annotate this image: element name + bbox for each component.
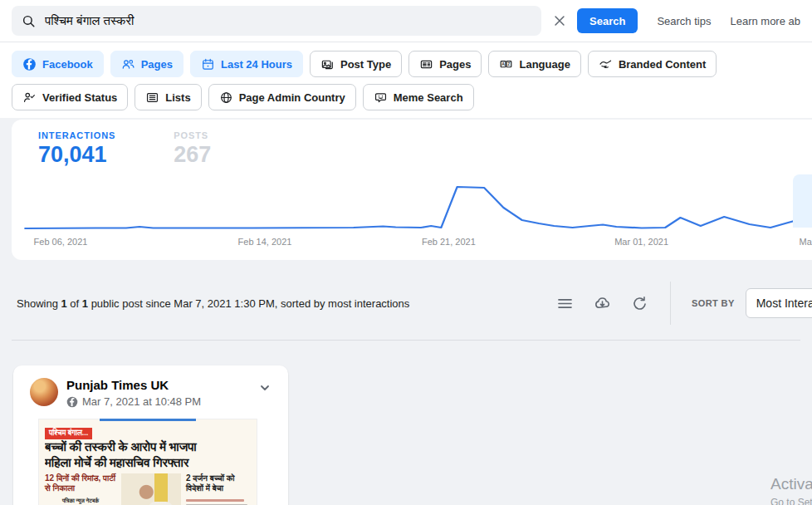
filter-chip-pages-2[interactable]: Pages	[408, 51, 482, 77]
page-name-link[interactable]: Punjab Times UK	[66, 378, 201, 393]
interactions-label: INTERACTIONS	[38, 131, 115, 140]
calendar-icon	[201, 57, 215, 71]
interactions-value: 70,041	[38, 144, 115, 166]
header: Search Search tips Learn more ab Faceboo…	[0, 0, 812, 118]
filter-chip-last-24-hours[interactable]: Last 24 Hours	[190, 51, 303, 77]
filter-chip-verified-status[interactable]: Verified Status	[12, 84, 128, 110]
list-view-icon[interactable]	[556, 295, 574, 312]
posts-label: POSTS	[174, 131, 211, 140]
search-tips-link[interactable]: Search tips	[657, 15, 711, 27]
filter-chip-branded-content[interactable]: Branded Content	[588, 51, 717, 77]
meme-bubble-icon	[374, 91, 388, 105]
filter-chip-pages[interactable]: Pages	[110, 51, 183, 77]
chart-x-axis: Feb 06, 2021Feb 14, 2021Feb 21, 2021Mar …	[12, 235, 812, 248]
post-header-text: Punjab Times UK Mar 7, 2021 at 10:48 PM	[66, 378, 201, 408]
interactions-stat[interactable]: INTERACTIONS 70,041	[38, 131, 115, 166]
filter-chip-label: Post Type	[340, 58, 391, 71]
language-icon: AZ	[499, 57, 513, 71]
filter-chip-label: Meme Search	[394, 91, 463, 104]
filter-chip-page-admin-country[interactable]: Page Admin Country	[208, 84, 356, 110]
people-icon	[121, 57, 135, 71]
page-avatar[interactable]	[30, 378, 58, 406]
globe-icon	[219, 91, 233, 105]
search-box[interactable]	[12, 6, 541, 36]
results-summary-text: Showing 1 of 1 public post since Mar 7, …	[17, 297, 556, 310]
lists-icon	[145, 91, 159, 105]
newspaper-headline-line1: बच्चों की तस्करी के आरोप में भाजपा	[45, 439, 251, 456]
post-card[interactable]: Punjab Times UK Mar 7, 2021 at 10:48 PM …	[13, 365, 288, 505]
newspaper-right-column: 2 दर्जन बच्चों को विदेशों में बेचा	[186, 473, 251, 505]
sort-select[interactable]: Most Interactions	[746, 288, 812, 318]
watermark-line1: Activate Windows	[770, 475, 812, 493]
filter-chip-language[interactable]: AZ Language	[488, 51, 580, 77]
search-icon	[22, 14, 36, 28]
verified-person-icon	[22, 91, 37, 105]
filter-chip-post-type[interactable]: Post Type	[310, 51, 402, 77]
sort-select-value: Most Interactions	[756, 297, 812, 310]
newspaper-icon	[419, 57, 433, 71]
newspaper-byline: पत्रिका न्यूज नेटवर्क	[45, 498, 116, 504]
filter-chip-lists[interactable]: Lists	[135, 84, 201, 110]
watermark-line2: Go to Settings to activate Windows.	[770, 497, 812, 505]
download-icon[interactable]	[594, 295, 611, 312]
newspaper-left-column: 12 दिनों की रिमांड, पार्टी से निकाला पत्…	[45, 473, 116, 505]
photo-icon	[320, 57, 335, 71]
newspaper-photo	[121, 473, 181, 505]
newspaper-kicker: पश्चिम बंगाल...	[45, 428, 92, 439]
post-header: Punjab Times UK Mar 7, 2021 at 10:48 PM	[30, 378, 275, 408]
interactions-chart[interactable]	[12, 173, 812, 235]
newspaper-right-subhead: 2 दर्जन बच्चों को विदेशों में बेचा	[186, 473, 251, 494]
interactions-chart-card: INTERACTIONS 70,041 POSTS 267 Feb 06, 20…	[12, 120, 812, 260]
refresh-icon[interactable]	[631, 295, 648, 312]
axis-label: Feb 21, 2021	[422, 237, 476, 247]
post-image-newspaper[interactable]: पश्चिम बंगाल... बच्चों की तस्करी के आरोप…	[38, 419, 257, 505]
newspaper-left-subhead: 12 दिनों की रिमांड, पार्टी से निकाला	[45, 473, 116, 494]
filter-chip-facebook[interactable]: Facebook	[12, 51, 104, 77]
filter-chip-label: Last 24 Hours	[221, 58, 292, 71]
activate-windows-watermark: Activate Windows Go to Settings to activ…	[770, 475, 812, 505]
filter-chip-label: Page Admin Country	[239, 91, 345, 104]
post-meta[interactable]: Mar 7, 2021 at 10:48 PM	[66, 395, 201, 408]
facebook-icon	[22, 57, 37, 71]
filter-chip-label: Branded Content	[619, 58, 706, 71]
axis-label: Mar 01, 2021	[614, 237, 668, 247]
post-timestamp: Mar 7, 2021 at 10:48 PM	[82, 395, 201, 408]
learn-more-link[interactable]: Learn more ab	[730, 15, 800, 27]
newspaper-columns: 12 दिनों की रिमांड, पार्टी से निकाला पत्…	[45, 473, 251, 505]
filter-chip-meme-search[interactable]: Meme Search	[363, 84, 474, 110]
chart-highlight-band	[793, 174, 812, 228]
filter-chip-label: Language	[519, 58, 570, 71]
shown-count: 1	[61, 297, 66, 310]
summary-stats: INTERACTIONS 70,041 POSTS 267	[12, 131, 812, 166]
axis-label: Feb 14, 2021	[238, 237, 292, 247]
chart-line-svg	[12, 173, 812, 235]
clear-search-icon[interactable]	[550, 12, 569, 30]
search-row: Search Search tips Learn more ab	[0, 0, 812, 42]
filter-chip-label: Pages	[439, 58, 471, 71]
post-menu-chevron-icon[interactable]	[255, 378, 275, 398]
toolbar-divider	[670, 282, 671, 325]
search-input[interactable]	[43, 13, 531, 29]
axis-label: Ma	[800, 237, 812, 247]
posts-value: 267	[174, 144, 211, 166]
filter-chip-label: Lists	[165, 91, 190, 104]
axis-label: Feb 06, 2021	[34, 237, 88, 247]
blurred-text-line	[186, 499, 244, 502]
handshake-icon	[599, 57, 613, 71]
sort-by-label: SORT BY	[692, 298, 735, 308]
chart-polyline	[25, 187, 812, 228]
svg-text:A: A	[502, 61, 506, 66]
filter-chip-label: Facebook	[42, 58, 93, 71]
facebook-source-icon	[66, 396, 78, 408]
svg-text:Z: Z	[508, 61, 511, 66]
posts-stat[interactable]: POSTS 267	[174, 131, 211, 166]
filter-chip-label: Verified Status	[42, 91, 117, 104]
filter-chip-label: Pages	[141, 58, 173, 71]
total-count: 1	[82, 297, 88, 310]
newspaper-headline-line2: महिला मोर्चे की महासचिव गिरफ्तार	[45, 455, 251, 472]
filter-bar: Facebook Pages Last 24 Hours Post Type P…	[0, 42, 812, 118]
search-button[interactable]: Search	[577, 8, 638, 33]
results-divider	[12, 340, 800, 341]
results-toolbar: Showing 1 of 1 public post since Mar 7, …	[0, 260, 812, 340]
